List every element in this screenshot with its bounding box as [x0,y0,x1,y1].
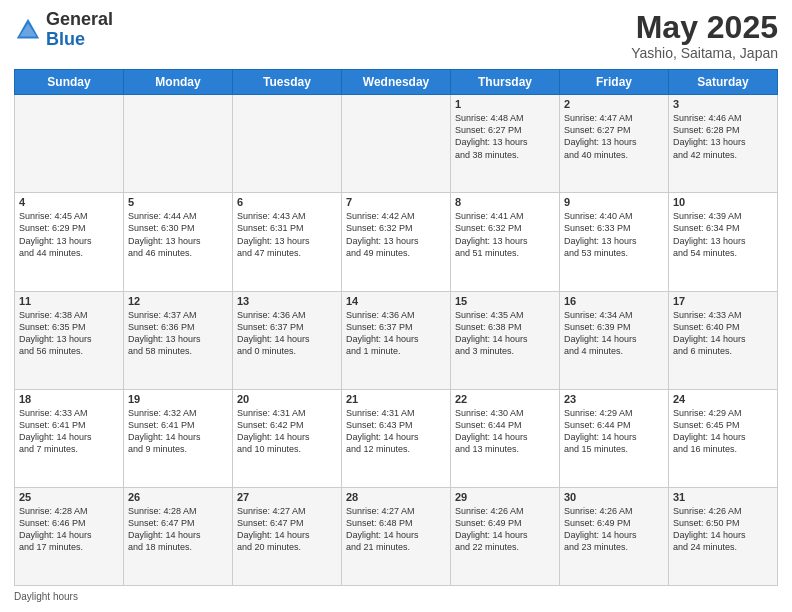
day-info: Sunrise: 4:34 AM Sunset: 6:39 PM Dayligh… [564,309,664,358]
day-number: 25 [19,491,119,503]
day-number: 13 [237,295,337,307]
calendar-cell: 14Sunrise: 4:36 AM Sunset: 6:37 PM Dayli… [342,291,451,389]
day-info: Sunrise: 4:39 AM Sunset: 6:34 PM Dayligh… [673,210,773,259]
calendar-cell: 10Sunrise: 4:39 AM Sunset: 6:34 PM Dayli… [669,193,778,291]
day-number: 15 [455,295,555,307]
calendar-dow-sunday: Sunday [15,70,124,95]
day-number: 8 [455,196,555,208]
logo-text: General Blue [46,10,113,50]
calendar-week-1: 4Sunrise: 4:45 AM Sunset: 6:29 PM Daylig… [15,193,778,291]
calendar-cell: 2Sunrise: 4:47 AM Sunset: 6:27 PM Daylig… [560,95,669,193]
day-number: 31 [673,491,773,503]
calendar-cell: 15Sunrise: 4:35 AM Sunset: 6:38 PM Dayli… [451,291,560,389]
day-number: 19 [128,393,228,405]
calendar-cell: 30Sunrise: 4:26 AM Sunset: 6:49 PM Dayli… [560,487,669,585]
calendar-dow-thursday: Thursday [451,70,560,95]
day-info: Sunrise: 4:28 AM Sunset: 6:47 PM Dayligh… [128,505,228,554]
day-info: Sunrise: 4:31 AM Sunset: 6:43 PM Dayligh… [346,407,446,456]
calendar-cell: 28Sunrise: 4:27 AM Sunset: 6:48 PM Dayli… [342,487,451,585]
location: Yashio, Saitama, Japan [631,45,778,61]
calendar-cell [15,95,124,193]
calendar-header-row: SundayMondayTuesdayWednesdayThursdayFrid… [15,70,778,95]
day-info: Sunrise: 4:36 AM Sunset: 6:37 PM Dayligh… [346,309,446,358]
day-info: Sunrise: 4:28 AM Sunset: 6:46 PM Dayligh… [19,505,119,554]
calendar-cell: 9Sunrise: 4:40 AM Sunset: 6:33 PM Daylig… [560,193,669,291]
calendar-cell [124,95,233,193]
day-info: Sunrise: 4:27 AM Sunset: 6:47 PM Dayligh… [237,505,337,554]
day-number: 2 [564,98,664,110]
calendar-dow-wednesday: Wednesday [342,70,451,95]
day-number: 26 [128,491,228,503]
day-info: Sunrise: 4:45 AM Sunset: 6:29 PM Dayligh… [19,210,119,259]
day-number: 24 [673,393,773,405]
calendar-cell: 1Sunrise: 4:48 AM Sunset: 6:27 PM Daylig… [451,95,560,193]
day-info: Sunrise: 4:48 AM Sunset: 6:27 PM Dayligh… [455,112,555,161]
day-info: Sunrise: 4:35 AM Sunset: 6:38 PM Dayligh… [455,309,555,358]
calendar-cell: 4Sunrise: 4:45 AM Sunset: 6:29 PM Daylig… [15,193,124,291]
calendar-week-3: 18Sunrise: 4:33 AM Sunset: 6:41 PM Dayli… [15,389,778,487]
day-info: Sunrise: 4:37 AM Sunset: 6:36 PM Dayligh… [128,309,228,358]
page: General Blue May 2025 Yashio, Saitama, J… [0,0,792,612]
day-info: Sunrise: 4:38 AM Sunset: 6:35 PM Dayligh… [19,309,119,358]
calendar-cell: 27Sunrise: 4:27 AM Sunset: 6:47 PM Dayli… [233,487,342,585]
logo-blue: Blue [46,29,85,49]
logo-icon [14,16,42,44]
calendar-cell: 24Sunrise: 4:29 AM Sunset: 6:45 PM Dayli… [669,389,778,487]
calendar-cell: 11Sunrise: 4:38 AM Sunset: 6:35 PM Dayli… [15,291,124,389]
calendar-week-0: 1Sunrise: 4:48 AM Sunset: 6:27 PM Daylig… [15,95,778,193]
calendar-cell: 26Sunrise: 4:28 AM Sunset: 6:47 PM Dayli… [124,487,233,585]
day-number: 23 [564,393,664,405]
day-info: Sunrise: 4:47 AM Sunset: 6:27 PM Dayligh… [564,112,664,161]
calendar-cell: 7Sunrise: 4:42 AM Sunset: 6:32 PM Daylig… [342,193,451,291]
calendar-dow-tuesday: Tuesday [233,70,342,95]
calendar-cell: 6Sunrise: 4:43 AM Sunset: 6:31 PM Daylig… [233,193,342,291]
day-number: 3 [673,98,773,110]
day-info: Sunrise: 4:32 AM Sunset: 6:41 PM Dayligh… [128,407,228,456]
day-number: 20 [237,393,337,405]
logo: General Blue [14,10,113,50]
day-number: 10 [673,196,773,208]
day-info: Sunrise: 4:46 AM Sunset: 6:28 PM Dayligh… [673,112,773,161]
day-info: Sunrise: 4:26 AM Sunset: 6:49 PM Dayligh… [455,505,555,554]
month-title: May 2025 [631,10,778,45]
calendar-cell: 19Sunrise: 4:32 AM Sunset: 6:41 PM Dayli… [124,389,233,487]
day-number: 6 [237,196,337,208]
day-info: Sunrise: 4:33 AM Sunset: 6:40 PM Dayligh… [673,309,773,358]
daylight-label: Daylight hours [14,591,78,602]
day-number: 28 [346,491,446,503]
day-info: Sunrise: 4:27 AM Sunset: 6:48 PM Dayligh… [346,505,446,554]
day-info: Sunrise: 4:30 AM Sunset: 6:44 PM Dayligh… [455,407,555,456]
day-number: 18 [19,393,119,405]
day-number: 14 [346,295,446,307]
day-info: Sunrise: 4:36 AM Sunset: 6:37 PM Dayligh… [237,309,337,358]
day-info: Sunrise: 4:31 AM Sunset: 6:42 PM Dayligh… [237,407,337,456]
calendar-cell: 23Sunrise: 4:29 AM Sunset: 6:44 PM Dayli… [560,389,669,487]
day-number: 21 [346,393,446,405]
calendar-cell: 17Sunrise: 4:33 AM Sunset: 6:40 PM Dayli… [669,291,778,389]
calendar-cell: 3Sunrise: 4:46 AM Sunset: 6:28 PM Daylig… [669,95,778,193]
calendar-cell: 16Sunrise: 4:34 AM Sunset: 6:39 PM Dayli… [560,291,669,389]
header: General Blue May 2025 Yashio, Saitama, J… [14,10,778,61]
calendar-cell: 29Sunrise: 4:26 AM Sunset: 6:49 PM Dayli… [451,487,560,585]
day-info: Sunrise: 4:26 AM Sunset: 6:50 PM Dayligh… [673,505,773,554]
day-number: 11 [19,295,119,307]
day-info: Sunrise: 4:40 AM Sunset: 6:33 PM Dayligh… [564,210,664,259]
day-number: 30 [564,491,664,503]
calendar-cell: 22Sunrise: 4:30 AM Sunset: 6:44 PM Dayli… [451,389,560,487]
calendar-cell: 5Sunrise: 4:44 AM Sunset: 6:30 PM Daylig… [124,193,233,291]
calendar-week-4: 25Sunrise: 4:28 AM Sunset: 6:46 PM Dayli… [15,487,778,585]
calendar-week-2: 11Sunrise: 4:38 AM Sunset: 6:35 PM Dayli… [15,291,778,389]
calendar-cell [233,95,342,193]
day-info: Sunrise: 4:29 AM Sunset: 6:45 PM Dayligh… [673,407,773,456]
title-block: May 2025 Yashio, Saitama, Japan [631,10,778,61]
day-number: 4 [19,196,119,208]
day-number: 9 [564,196,664,208]
calendar-dow-friday: Friday [560,70,669,95]
day-number: 27 [237,491,337,503]
day-number: 5 [128,196,228,208]
day-number: 16 [564,295,664,307]
calendar-cell: 12Sunrise: 4:37 AM Sunset: 6:36 PM Dayli… [124,291,233,389]
calendar-cell: 8Sunrise: 4:41 AM Sunset: 6:32 PM Daylig… [451,193,560,291]
calendar-cell: 31Sunrise: 4:26 AM Sunset: 6:50 PM Dayli… [669,487,778,585]
day-number: 29 [455,491,555,503]
